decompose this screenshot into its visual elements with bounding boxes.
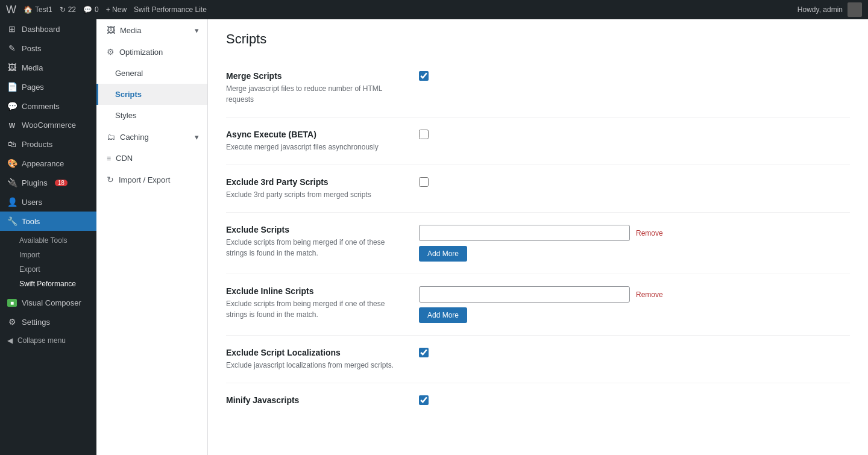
- setting-desc: Merge javascript files to reduce number …: [226, 83, 407, 105]
- sec-menu-import-export[interactable]: ↻ Import / Export: [96, 169, 207, 190]
- sidebar-label: Settings: [22, 318, 50, 327]
- sec-menu-label: Styles: [115, 111, 136, 120]
- setting-title: Async Execute (BETA): [226, 130, 407, 139]
- sidebar-label: Media: [22, 63, 43, 72]
- collapse-menu[interactable]: ◀ Collapse menu: [0, 331, 96, 350]
- sidebar-item-settings[interactable]: ⚙ Settings: [0, 312, 96, 331]
- minify-javascripts-checkbox[interactable]: [419, 395, 429, 405]
- sec-menu-scripts[interactable]: Scripts: [96, 84, 207, 105]
- merge-scripts-checkbox[interactable]: [419, 71, 429, 81]
- sidebar-label: WooCommerce: [22, 121, 76, 130]
- setting-control: [419, 348, 429, 357]
- sync-item[interactable]: ↻ 22: [60, 5, 76, 14]
- sec-menu-label: Scripts: [115, 90, 142, 99]
- wp-logo[interactable]: W: [6, 4, 16, 16]
- sec-menu-cdn[interactable]: ≡ CDN: [96, 148, 207, 169]
- setting-title: Exclude Inline Scripts: [226, 286, 407, 296]
- secondary-sidebar: 🖼 Media ▾ ⚙ Optimization General Scripts…: [96, 19, 208, 455]
- sec-menu-optimization[interactable]: ⚙ Optimization: [96, 41, 207, 63]
- checkbox-wrap: [419, 71, 429, 81]
- import-export-icon: ↻: [107, 175, 114, 184]
- sidebar-item-posts[interactable]: ✎ Posts: [0, 39, 96, 58]
- checkbox-wrap: [419, 177, 429, 187]
- setting-desc: Exclude scripts from being merged if one…: [226, 298, 407, 320]
- sidebar-sub-export[interactable]: Export: [12, 262, 96, 277]
- sidebar-item-users[interactable]: 👤 Users: [0, 192, 96, 212]
- sidebar-item-plugins[interactable]: 🔌 Plugins 18: [0, 173, 96, 192]
- setting-control: [419, 130, 429, 139]
- primary-sidebar: ⊞ Dashboard ✎ Posts 🖼 Media 📄 Pages 💬 Co…: [0, 19, 96, 455]
- checkbox-wrap: [419, 348, 429, 357]
- sidebar-item-products[interactable]: 🛍 Products: [0, 134, 96, 154]
- exclude-inline-scripts-add-more[interactable]: Add More: [419, 307, 467, 323]
- setting-minify-javascripts: Minify Javascripts: [226, 383, 850, 419]
- async-execute-checkbox[interactable]: [419, 130, 429, 139]
- setting-title: Merge Scripts: [226, 71, 407, 81]
- sidebar-item-tools[interactable]: 🔧 Tools: [0, 212, 96, 231]
- dashboard-icon: ⊞: [7, 24, 17, 34]
- setting-merge-scripts: Merge Scripts Merge javascript files to …: [226, 59, 850, 118]
- sidebar-sub-swift[interactable]: Swift Peformance: [12, 277, 96, 291]
- setting-async-execute: Async Execute (BETA) Execute merged java…: [226, 118, 850, 165]
- sidebar-label: Appearance: [22, 159, 64, 168]
- sec-menu-label: General: [115, 69, 143, 78]
- exclude-scripts-add-more[interactable]: Add More: [419, 246, 467, 262]
- avatar: [848, 2, 862, 17]
- howdy-label: Howdy, admin: [797, 5, 843, 14]
- sidebar-item-comments[interactable]: 💬 Comments: [0, 96, 96, 116]
- media-icon: 🖼: [7, 63, 17, 72]
- sidebar-sub-available-tools[interactable]: Available Tools: [12, 233, 96, 248]
- sidebar-item-media[interactable]: 🖼 Media: [0, 58, 96, 77]
- sidebar-item-visual-composer[interactable]: ■ Visual Composer: [0, 293, 96, 312]
- site-link[interactable]: 🏠 Test1: [24, 5, 52, 14]
- setting-control: [419, 71, 429, 81]
- setting-desc: Exclude javascript localizations from me…: [226, 360, 407, 371]
- exclude-3rd-party-checkbox[interactable]: [419, 177, 429, 187]
- setting-control: [419, 395, 429, 405]
- plugins-badge: 18: [55, 180, 68, 186]
- setting-info: Minify Javascripts: [226, 395, 407, 407]
- setting-exclude-3rd-party: Exclude 3rd Party Scripts Exclude 3rd pa…: [226, 165, 850, 213]
- sec-menu-label: Caching: [120, 133, 149, 142]
- woo-icon: W: [7, 122, 17, 129]
- setting-info: Async Execute (BETA) Execute merged java…: [226, 130, 407, 152]
- setting-exclude-scripts: Exclude Scripts Exclude scripts from bei…: [226, 213, 850, 274]
- sidebar-label: Dashboard: [22, 25, 60, 34]
- exclude-inline-scripts-input[interactable]: [419, 286, 630, 303]
- sidebar-label: Posts: [22, 44, 42, 53]
- home-icon: 🏠: [24, 5, 33, 14]
- plugins-icon: 🔌: [7, 178, 17, 187]
- topbar: W 🏠 Test1 ↻ 22 💬 0 + New Swift Performan…: [0, 0, 868, 19]
- users-icon: 👤: [7, 197, 17, 207]
- exclude-script-localizations-checkbox[interactable]: [419, 348, 429, 357]
- setting-control: [419, 177, 429, 187]
- sec-menu-general[interactable]: General: [96, 63, 207, 84]
- collapse-label: Collapse menu: [17, 336, 66, 345]
- sidebar-sub-import[interactable]: Import: [12, 248, 96, 262]
- sidebar-item-pages[interactable]: 📄 Pages: [0, 77, 96, 96]
- sec-menu-styles[interactable]: Styles: [96, 105, 207, 126]
- exclude-inline-scripts-remove[interactable]: Remove: [636, 290, 663, 299]
- media-nav-icon: 🖼: [107, 25, 115, 35]
- checkbox-wrap: [419, 395, 429, 405]
- sidebar-label: Products: [22, 140, 52, 149]
- comments-item[interactable]: 💬 0: [83, 5, 99, 14]
- vc-icon: ■: [7, 299, 17, 307]
- comment-icon: 💬: [83, 5, 92, 14]
- sec-menu-caching[interactable]: 🗂 Caching ▾: [96, 126, 207, 148]
- setting-info: Exclude Scripts Exclude scripts from bei…: [226, 225, 407, 259]
- sec-menu-label: Optimization: [119, 48, 163, 57]
- appearance-icon: 🎨: [7, 158, 17, 168]
- tools-icon: 🔧: [7, 216, 17, 226]
- setting-exclude-script-localizations: Exclude Script Localizations Exclude jav…: [226, 336, 850, 383]
- exclude-scripts-remove[interactable]: Remove: [636, 229, 663, 237]
- exclude-scripts-input[interactable]: [419, 225, 630, 241]
- caching-icon: 🗂: [107, 132, 115, 142]
- sidebar-item-dashboard[interactable]: ⊞ Dashboard: [0, 19, 96, 39]
- sec-menu-media[interactable]: 🖼 Media ▾: [96, 19, 207, 41]
- setting-desc: Exclude 3rd party scripts from merged sc…: [226, 189, 407, 200]
- sidebar-item-woocommerce[interactable]: W WooCommerce: [0, 116, 96, 134]
- sec-menu-label: CDN: [116, 154, 133, 163]
- sidebar-item-appearance[interactable]: 🎨 Appearance: [0, 154, 96, 173]
- new-item[interactable]: + New: [106, 5, 127, 14]
